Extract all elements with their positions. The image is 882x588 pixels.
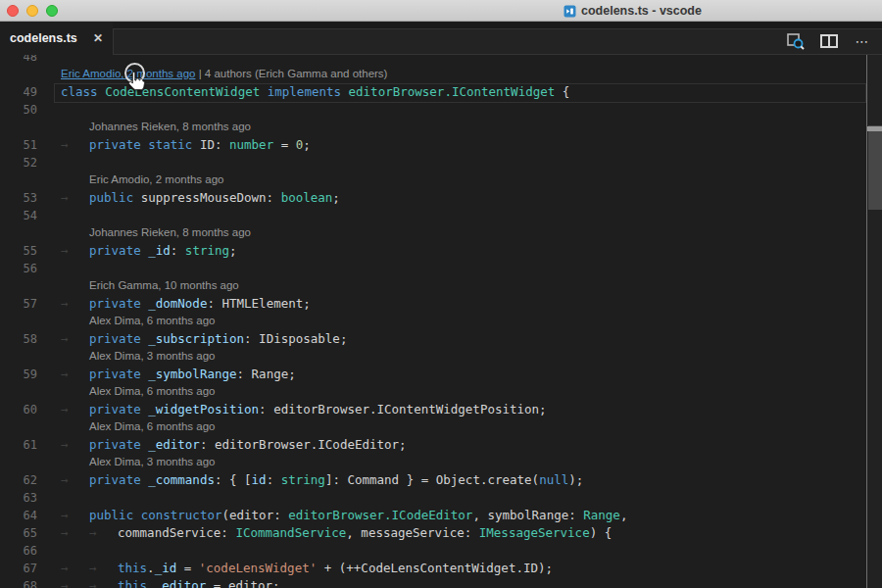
codelens-row[interactable]: Alex Dima, 6 months ago [0,383,882,401]
codelens-text: Johannes Rieken, 8 months ago [89,121,251,132]
tab-whitespace-arrow-icon: → [61,577,89,588]
token-type: editorBrowser.IContentWidget [349,84,556,99]
code-line[interactable]: 66 [0,542,882,560]
tab-label: codelens.ts [10,23,77,54]
tab-whitespace-arrow-icon: → [61,524,89,542]
token-prop: _symbolRange [148,367,236,381]
codelens-row[interactable]: Erich Gamma, 10 months ago [0,277,882,295]
tab-whitespace-arrow-icon: → [61,471,89,489]
code-line[interactable]: 63 [0,489,882,507]
token-prop: _commands [148,472,215,487]
split-editor-icon [820,34,838,48]
code-line[interactable]: 50 [0,101,882,119]
token-fg: ID: [192,137,229,152]
codelens-text: Johannes Rieken, 8 months ago [89,226,251,238]
codelens-text: | 4 authors (Erich Gamma and others) [195,68,387,79]
line-number: 62 [0,471,37,489]
token-fg: : HTMLElement; [207,296,310,311]
token-kw: private [89,296,141,311]
tab-codelens-ts[interactable]: codelens.ts ✕ [0,23,113,55]
codelens-row[interactable]: Alex Dima, 6 months ago [0,313,882,330]
tab-whitespace-arrow-icon: → [61,330,89,348]
tab-close-icon[interactable]: ✕ [93,23,103,54]
token-kw: static [148,137,192,152]
code-line[interactable]: 68→→this._editor = editor; [0,577,882,588]
line-number: 68 [0,577,37,588]
tab-whitespace-arrow-icon: → [61,507,89,524]
code-text: →→this._editor = editor; [61,577,280,588]
more-actions-button[interactable]: ⋯ [853,32,872,50]
line-number: 50 [0,101,37,119]
zoom-window-button[interactable] [46,5,58,17]
hand-cursor-icon [126,71,145,92]
code-line[interactable]: 62→private _commands: { [id: string]: Co… [0,471,882,489]
open-preview-button[interactable] [786,32,806,50]
code-line[interactable]: 52 [0,154,882,172]
codelens-row[interactable]: Johannes Rieken, 8 months ago [0,224,882,242]
vertical-scrollbar-slider[interactable] [868,125,882,210]
line-number: 53 [0,189,37,207]
code-line[interactable]: 67→→this._id = 'codeLensWidget' + (++Cod… [0,560,882,577]
code-line[interactable]: 54 [0,207,882,224]
codelens-row[interactable]: Alex Dima, 3 months ago [0,454,882,471]
line-number: 52 [0,154,37,172]
token-kw: null [539,472,568,487]
code-text: →→this._id = 'codeLensWidget' + (++CodeL… [61,560,553,577]
preview-search-icon [786,32,806,50]
close-window-button[interactable] [7,5,19,17]
tab-whitespace-arrow-icon: → [61,401,89,418]
token-prop: _widgetPosition [148,402,259,416]
tab-whitespace-arrow-icon: → [61,189,89,207]
tab-whitespace-arrow-icon: → [89,577,118,588]
codelens-content: Alex Dima, 6 months ago [89,418,215,435]
line-number: 56 [0,260,37,277]
line-number: 57 [0,295,37,313]
split-editor-button[interactable] [819,32,839,50]
token-kw: implements [268,84,341,99]
code-line[interactable]: 56 [0,260,882,277]
codelens-row[interactable]: Alex Dima, 6 months ago [0,418,882,436]
codelens-row[interactable]: Johannes Rieken, 8 months ago [0,119,882,136]
codelens-content: Johannes Rieken, 8 months ago [89,119,251,135]
line-number: 48 [0,55,37,66]
tab-whitespace-arrow-icon: → [89,524,118,542]
code-line[interactable]: 53→public suppressMouseDown: boolean; [0,189,882,207]
line-number: 66 [0,542,37,560]
code-line[interactable]: 64→public constructor(editor: editorBrow… [0,507,882,524]
token-fg: : Range; [237,367,296,381]
tab-whitespace-arrow-icon: → [61,295,89,313]
code-line[interactable]: 61→private _editor: editorBrowser.ICodeE… [0,436,882,454]
tab-whitespace-arrow-icon: → [61,136,89,154]
tab-whitespace-arrow-icon: → [61,560,89,577]
codelens-content: Alex Dima, 6 months ago [89,383,215,400]
line-number: 60 [0,401,37,418]
token-fg: . [147,561,155,575]
token-type: string [185,243,229,258]
code-line[interactable]: 57→private _domNode: HTMLElement; [0,295,882,313]
codelens-text: Alex Dima, 6 months ago [89,315,215,326]
line-number: 54 [0,207,37,224]
codelens-row[interactable]: Eric Amodio, 2 months ago [0,172,882,189]
code-line[interactable]: 59→private _symbolRange: Range; [0,366,882,383]
token-kw: public [89,508,133,522]
code-line[interactable]: 60→private _widgetPosition: editorBrowse… [0,401,882,418]
token-fg: ; [229,243,237,258]
line-number: 65 [0,524,37,542]
line-number: 64 [0,507,37,524]
code-text: →private _widgetPosition: editorBrowser.… [61,401,547,418]
codelens-row[interactable]: Alex Dima, 3 months ago [0,348,882,366]
token-fg: : { [ [215,472,252,487]
minimize-window-button[interactable] [26,5,38,17]
code-text: →public constructor(editor: editorBrowse… [61,507,627,524]
code-line[interactable]: 51→private static ID: number = 0; [0,136,882,154]
token-fg: = [176,561,199,575]
ellipsis-icon: ⋯ [856,36,870,46]
token-kw: private [89,437,141,452]
code-line[interactable]: 55→private _id: string; [0,242,882,260]
editor[interactable]: 48Eric Amodio, 2 months ago | 4 authors … [0,55,882,588]
code-line[interactable]: 58→private _subscription: IDisposable; [0,330,882,348]
code-line[interactable]: 65→→commandService: ICommandService, mes… [0,524,882,542]
token-kw: this [118,578,147,588]
token-prop: _id [148,243,171,258]
tab-whitespace-arrow-icon: → [61,366,89,383]
